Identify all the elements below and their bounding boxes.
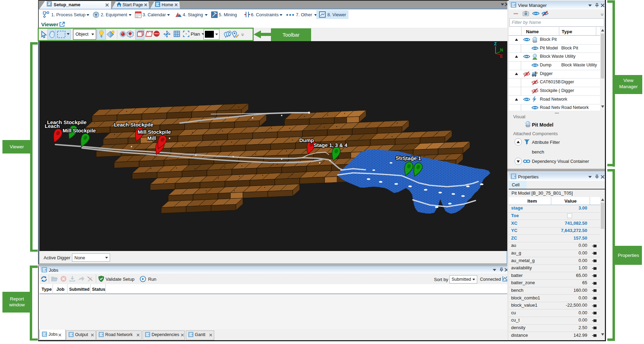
- svg-text:E: E: [500, 54, 503, 59]
- svg-text:Dump: Dump: [299, 137, 314, 143]
- svg-text:Leach Stockpile: Leach Stockpile: [114, 122, 153, 128]
- svg-text:N: N: [500, 48, 503, 53]
- svg-text:Mill Stockpile: Mill Stockpile: [138, 129, 171, 135]
- svg-text:Mill Stockpile: Mill Stockpile: [63, 128, 96, 133]
- svg-text:Leach: Leach: [45, 123, 60, 129]
- svg-text:Mill: Mill: [147, 135, 156, 141]
- svg-text:Stage 1, 3 & 4: Stage 1, 3 & 4: [314, 142, 347, 148]
- svg-text:Stage 1: Stage 1: [402, 155, 421, 161]
- svg-text:Z: Z: [494, 41, 497, 46]
